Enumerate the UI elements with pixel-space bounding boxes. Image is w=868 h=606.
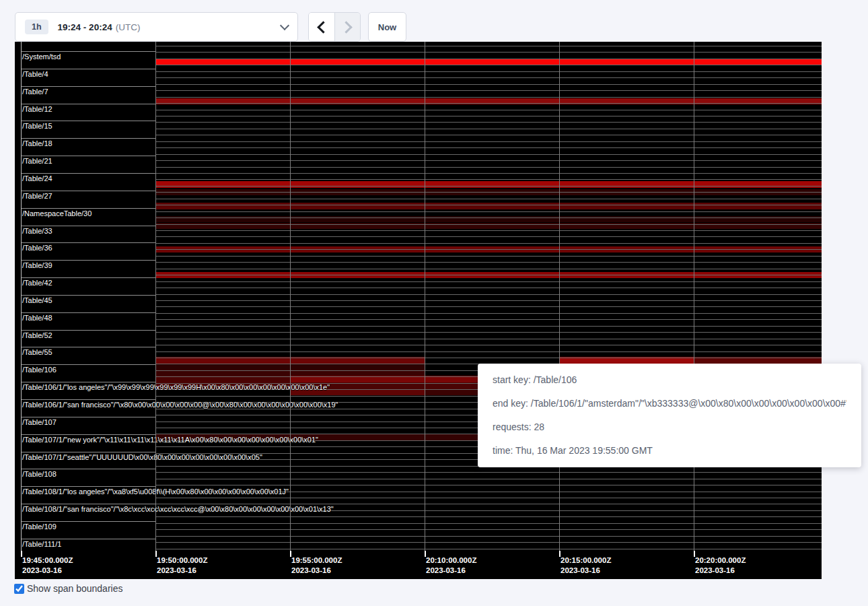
span-boundary-line [155,90,822,91]
span-boundary-line [155,516,822,517]
chevron-right-icon [340,21,352,33]
span-boundary-line [155,110,822,110]
tooltip-end-key: end key: /Table/106/1/"amsterdam"/"\xb33… [493,397,846,410]
span-boundary-line [155,281,822,282]
span-boundaries-row: Show span boundaries [14,583,122,594]
row-label: /Table/45 [22,296,52,305]
span-boundary-line [155,122,822,123]
span-boundary-line [155,504,822,504]
show-span-boundaries-checkbox[interactable] [14,584,24,594]
now-button[interactable]: Now [368,12,406,42]
range-text: 19:24 - 20:24 [58,22,112,32]
range-zone-label: (UTC) [116,22,141,32]
span-boundary-line [155,65,822,65]
y-axis-line [21,42,22,556]
row-label: /Table/42 [22,279,52,288]
span-boundary-line [155,103,822,104]
span-boundary-line [155,294,822,295]
row-boundary-line [21,330,155,331]
span-boundary-line [155,243,822,244]
row-label: /Table/12 [22,105,52,114]
row-label: /Table/36 [22,244,52,252]
row-label: /Table/24 [22,174,52,183]
prev-range-button[interactable] [309,13,334,41]
row-label: /Table/39 [22,261,52,270]
row-label: /Table/55 [22,348,52,357]
heatmap-canvas[interactable]: /System/tsd/Table/4/Table/7/Table/12/Tab… [15,42,822,579]
span-boundary-line [155,269,822,269]
span-boundary-line [155,529,822,530]
row-label: /Table/21 [22,157,52,166]
span-boundary-line [155,351,822,352]
range-preset-badge: 1h [25,20,48,34]
row-boundary-line [21,173,155,174]
span-boundary-line [155,97,822,98]
span-boundary-line [155,77,822,78]
row-label: /Table/107/1/"new york"/"\x11\x11\x11\x1… [22,436,318,444]
row-label: /Table/15 [22,122,52,131]
row-boundary-line [21,242,155,243]
span-boundary-line [155,154,822,155]
span-boundary-line [155,224,822,225]
row-boundary-line [21,347,155,347]
row-boundary-line [21,51,155,52]
row-boundary-line [21,208,155,209]
row-label: /Table/106/1/"los angeles"/"\x99\x99\x99… [22,383,330,392]
span-boundary-line [155,179,822,180]
row-boundary-line [21,417,155,417]
row-label: /Table/108/1/"san francisco"/"\x8c\xcc\x… [22,505,334,514]
range-nav-buttons [308,12,361,42]
column-gridline [290,42,291,552]
row-label: /Table/18 [22,139,52,148]
row-label: /Table/107/1/"seattle"/"UUUUUUD\x00\x80\… [22,453,262,462]
row-boundary-line [21,364,155,365]
span-boundary-line [155,84,822,85]
heat-band [425,389,478,395]
next-range-button[interactable] [334,13,360,41]
x-axis-label: 19:45:00.000Z 2023-03-16 [22,556,73,576]
span-boundary-line [155,345,822,345]
row-boundary-line [21,277,155,278]
tooltip-time: time: Thu, 16 Mar 2023 19:55:00 GMT [493,444,846,457]
row-label: /Table/4 [22,70,48,79]
span-boundary-line [155,129,822,129]
row-boundary-line [21,86,155,87]
span-boundary-line [155,160,822,161]
span-boundary-line [155,52,822,53]
x-axis-label: 19:55:00.000Z 2023-03-16 [291,556,342,576]
column-gridline [155,42,156,552]
row-label: /Table/27 [22,192,52,201]
show-span-boundaries-label[interactable]: Show span boundaries [27,583,122,594]
span-boundary-line [155,288,822,288]
span-boundary-line [155,217,822,218]
span-boundary-line [155,230,822,231]
row-label: /Table/52 [22,331,52,340]
row-boundary-line [21,104,155,104]
column-gridline [694,42,694,552]
heat-band [155,203,822,209]
chevron-down-icon [280,21,289,30]
span-boundary-line [155,173,822,174]
row-boundary-line [21,295,155,296]
span-boundary-line [155,236,822,237]
time-range-select[interactable]: 1h 19:24 - 20:24 (UTC) [15,12,298,42]
row-boundary-line [21,138,155,139]
tooltip-start-key: start key: /Table/106 [493,374,846,386]
row-label: /NamespaceTable/30 [22,209,92,218]
span-boundary-line [155,116,822,116]
row-boundary-line [21,226,155,226]
column-gridline [559,42,560,552]
span-boundary-line [155,549,822,549]
span-boundary-line [155,332,822,333]
span-boundary-line [155,186,822,187]
span-boundary-line [155,472,822,473]
span-boundary-line [155,256,822,257]
toolbar: 1h 19:24 - 20:24 (UTC) Now [15,12,406,42]
row-label: /Table/48 [22,314,52,323]
span-boundary-line [155,536,822,537]
row-boundary-line [21,312,155,313]
row-boundary-line [21,539,155,539]
row-boundary-line [21,521,155,522]
span-boundary-line [155,141,822,142]
span-boundary-line [155,313,822,314]
